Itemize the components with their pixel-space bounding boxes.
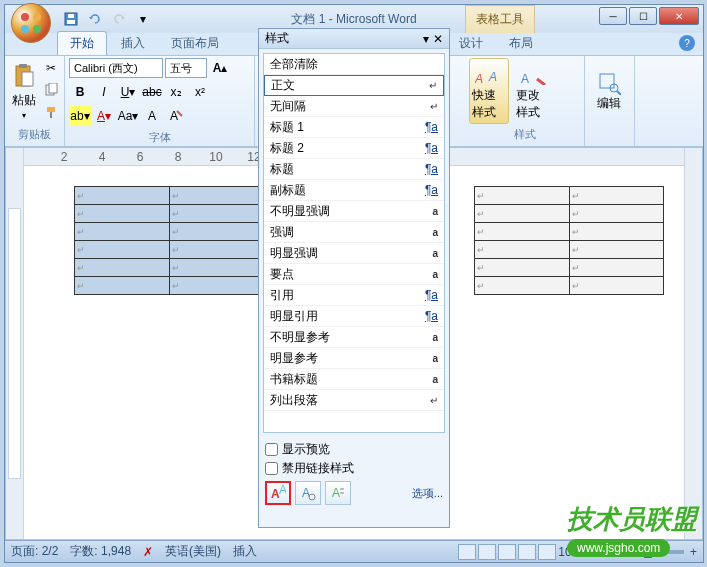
new-style-button[interactable]: AA: [265, 481, 291, 505]
zoom-out-icon[interactable]: −: [591, 545, 598, 559]
style-inspector-button[interactable]: A: [295, 481, 321, 505]
status-zoom[interactable]: 100%: [558, 545, 589, 559]
style-item[interactable]: 明显参考a: [264, 348, 444, 369]
zoom-slider[interactable]: [604, 550, 684, 554]
close-button[interactable]: ✕: [659, 7, 699, 25]
undo-icon[interactable]: [85, 9, 105, 29]
maximize-button[interactable]: ☐: [629, 7, 657, 25]
tab-insert[interactable]: 插入: [109, 32, 157, 55]
view-outline-icon[interactable]: [518, 544, 536, 560]
minimize-button[interactable]: ─: [599, 7, 627, 25]
status-page[interactable]: 页面: 2/2: [11, 543, 58, 560]
style-item[interactable]: 强调a: [264, 222, 444, 243]
style-item-mark: ↵: [430, 101, 438, 112]
manage-styles-button[interactable]: A: [325, 481, 351, 505]
tab-pagelayout[interactable]: 页面布局: [159, 32, 231, 55]
svg-point-3: [33, 25, 41, 33]
status-mode[interactable]: 插入: [233, 543, 257, 560]
style-item-name: 标题 1: [270, 119, 304, 136]
svg-text:A: A: [279, 485, 286, 497]
table-left[interactable]: ↵↵↵↵↵↵ ↵↵↵↵↵↵: [74, 186, 265, 295]
status-language[interactable]: 英语(美国): [165, 543, 221, 560]
show-preview-label: 显示预览: [282, 441, 330, 458]
style-item-name: 不明显强调: [270, 203, 330, 220]
subscript-icon[interactable]: x₂: [165, 82, 187, 102]
svg-text:A: A: [475, 72, 483, 85]
style-item[interactable]: 全部清除: [264, 54, 444, 75]
find-button[interactable]: 编辑: [589, 58, 629, 124]
bold-icon[interactable]: B: [69, 82, 91, 102]
proofing-icon[interactable]: ✗: [143, 545, 153, 559]
view-web-icon[interactable]: [498, 544, 516, 560]
vertical-ruler[interactable]: [6, 148, 24, 539]
char-border-icon[interactable]: A: [141, 106, 163, 126]
svg-rect-18: [600, 74, 614, 88]
disable-linked-checkbox[interactable]: [265, 462, 278, 475]
style-item[interactable]: 无间隔↵: [264, 96, 444, 117]
editing-label: 编辑: [597, 95, 621, 112]
style-item-mark: ↵: [429, 80, 437, 91]
group-label-clipboard: 剪贴板: [9, 125, 60, 144]
svg-rect-5: [67, 20, 75, 24]
style-item[interactable]: 不明显参考a: [264, 327, 444, 348]
redo-icon[interactable]: [109, 9, 129, 29]
style-item-mark: a: [432, 206, 438, 217]
style-item-name: 不明显参考: [270, 329, 330, 346]
context-tab-table-tools[interactable]: 表格工具: [465, 5, 535, 33]
change-styles-button[interactable]: A 更改样式: [513, 58, 553, 124]
style-item[interactable]: 要点a: [264, 264, 444, 285]
tab-layout[interactable]: 布局: [497, 32, 545, 55]
save-icon[interactable]: [61, 9, 81, 29]
font-color-icon[interactable]: A▾: [93, 106, 115, 126]
table-right[interactable]: ↵↵↵↵↵↵ ↵↵↵↵↵↵: [474, 186, 664, 295]
font-size-combo[interactable]: 五号: [165, 58, 207, 78]
grow-font-icon[interactable]: A▴: [209, 58, 231, 78]
tab-design[interactable]: 设计: [447, 32, 495, 55]
style-item[interactable]: 书籍标题a: [264, 369, 444, 390]
copy-icon[interactable]: [41, 80, 61, 100]
style-item[interactable]: 标题¶a: [264, 159, 444, 180]
svg-rect-9: [22, 72, 33, 86]
clear-format-icon[interactable]: A: [165, 106, 187, 126]
style-item[interactable]: 副标题¶a: [264, 180, 444, 201]
quick-styles-button[interactable]: AA 快速样式: [469, 58, 509, 124]
style-item-name: 明显强调: [270, 245, 318, 262]
italic-icon[interactable]: I: [93, 82, 115, 102]
underline-icon[interactable]: U▾: [117, 82, 139, 102]
style-item[interactable]: 不明显强调a: [264, 201, 444, 222]
qat-dropdown-icon[interactable]: ▾: [133, 9, 153, 29]
tab-home[interactable]: 开始: [57, 31, 107, 55]
highlight-icon[interactable]: ab▾: [69, 106, 91, 126]
show-preview-checkbox[interactable]: [265, 443, 278, 456]
style-item[interactable]: 明显引用¶a: [264, 306, 444, 327]
help-icon[interactable]: ?: [679, 35, 695, 51]
font-name-combo[interactable]: Calibri (西文): [69, 58, 163, 78]
view-print-icon[interactable]: [458, 544, 476, 560]
svg-rect-13: [50, 112, 52, 118]
change-case-icon[interactable]: Aa▾: [117, 106, 139, 126]
svg-rect-6: [68, 14, 74, 18]
style-item[interactable]: 引用¶a: [264, 285, 444, 306]
options-link[interactable]: 选项...: [412, 486, 443, 501]
window-title: 文档 1 - Microsoft Word: [291, 11, 416, 28]
format-painter-icon[interactable]: [41, 102, 61, 122]
style-item[interactable]: 正文↵: [264, 75, 444, 96]
pane-close-icon[interactable]: ✕: [433, 32, 443, 46]
superscript-icon[interactable]: x²: [189, 82, 211, 102]
style-item-name: 引用: [270, 287, 294, 304]
zoom-in-icon[interactable]: +: [690, 545, 697, 559]
view-fullscreen-icon[interactable]: [478, 544, 496, 560]
style-item[interactable]: 标题 1¶a: [264, 117, 444, 138]
style-item[interactable]: 列出段落↵: [264, 390, 444, 411]
paste-button[interactable]: 粘贴 ▾: [9, 58, 39, 124]
style-item[interactable]: 标题 2¶a: [264, 138, 444, 159]
status-words[interactable]: 字数: 1,948: [70, 543, 131, 560]
view-draft-icon[interactable]: [538, 544, 556, 560]
strikethrough-icon[interactable]: abc: [141, 82, 163, 102]
svg-rect-11: [49, 83, 57, 93]
pane-dropdown-icon[interactable]: ▾: [423, 32, 429, 46]
cut-icon[interactable]: ✂: [41, 58, 61, 78]
vertical-scrollbar[interactable]: [684, 148, 702, 539]
style-item[interactable]: 明显强调a: [264, 243, 444, 264]
office-button[interactable]: [11, 3, 51, 43]
